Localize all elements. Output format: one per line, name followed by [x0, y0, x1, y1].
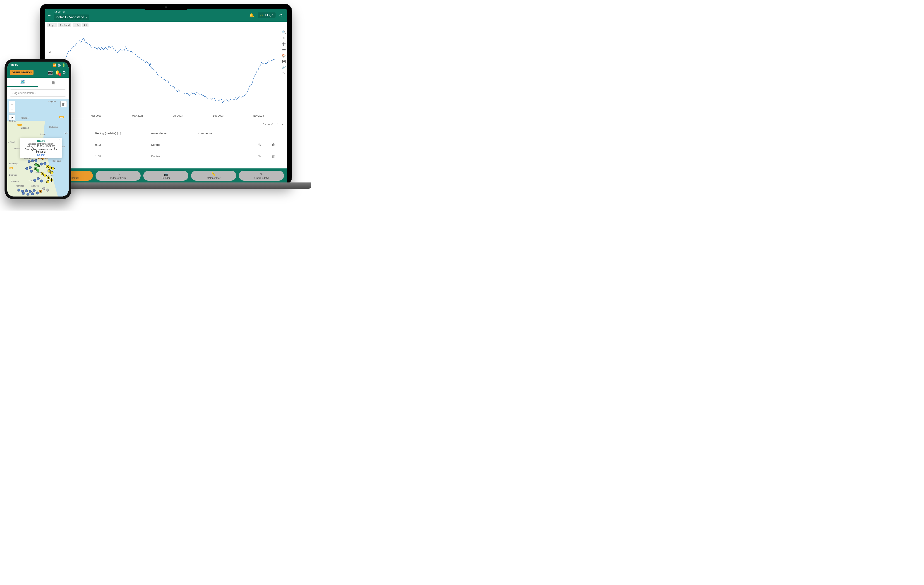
zoom-out-button[interactable]: −: [9, 107, 15, 113]
timeseries-chart[interactable]: 3 Mar 2023 May 2023 Jul 2023 Sep 2023 No…: [45, 28, 287, 119]
map-pin[interactable]: [25, 189, 28, 192]
map-pin[interactable]: [31, 193, 34, 195]
pan-icon[interactable]: ✥: [281, 36, 286, 40]
search-placeholder: Søg efter lokation...: [12, 91, 36, 95]
range-1aar[interactable]: 1 år: [73, 23, 81, 27]
map-pin[interactable]: [46, 189, 49, 191]
bell-icon[interactable]: 🔔 2: [55, 70, 60, 75]
wifi-icon: 📡: [57, 63, 61, 67]
popup-link[interactable]: Se graf: [22, 154, 60, 156]
btn-indberet-tilsyn[interactable]: ☰✓ Indberet tilsyn: [96, 171, 140, 181]
range-chips: 1 uge 1 måned 1 år Alt: [45, 22, 287, 28]
popup-warn: Obs pejling er overskredet for Indtag 1!: [22, 148, 60, 153]
map-pin[interactable]: [22, 192, 25, 195]
map-pin[interactable]: [29, 166, 32, 169]
map-pin[interactable]: [42, 187, 45, 190]
cell-pejling: 1 08: [95, 155, 151, 158]
map-pin[interactable]: [17, 189, 20, 191]
station-dropdown[interactable]: indtag1 - Vandstand ▾: [54, 15, 89, 20]
edit-icon[interactable]: ✎: [258, 143, 272, 147]
zoom-in-button[interactable]: +: [9, 101, 15, 107]
map-pin[interactable]: [25, 167, 28, 170]
map-pin[interactable]: [36, 191, 39, 194]
map-pin[interactable]: [37, 164, 40, 167]
range-1uge[interactable]: 1 uge: [47, 23, 57, 27]
delete-icon[interactable]: 🗑: [272, 143, 283, 147]
map-pin[interactable]: [33, 189, 36, 192]
map-pin[interactable]: [43, 162, 46, 165]
laptop-topbar: ← 34.4408 indtag1 - Vandstand ▾ 🔔 ✨ TIL …: [45, 8, 287, 22]
map-pin[interactable]: [40, 180, 43, 183]
place-label: Værløse: [31, 185, 39, 187]
map-pin[interactable]: [43, 174, 47, 177]
checklist-icon: ☰✓: [115, 172, 121, 176]
btn-billeder[interactable]: 📷 Billeder: [144, 171, 188, 181]
refresh-icon[interactable]: ↻: [281, 71, 286, 76]
zoom-icon[interactable]: 🔍: [281, 30, 286, 35]
bell-icon[interactable]: 🔔: [248, 12, 256, 18]
map-pin[interactable]: [39, 190, 42, 193]
range-1maaned[interactable]: 1 måned: [58, 23, 71, 27]
map-pin[interactable]: [31, 159, 34, 162]
map-pin[interactable]: [30, 170, 33, 173]
close-icon[interactable]: ×: [59, 138, 61, 141]
map-pin[interactable]: [36, 169, 40, 172]
gear-icon[interactable]: ⚙: [62, 70, 66, 75]
map-pin[interactable]: [35, 159, 37, 162]
laptop-notch: [144, 3, 189, 10]
qa-button[interactable]: ✨ TIL QA: [257, 12, 276, 18]
station-id: 34.4408: [54, 10, 89, 14]
back-icon[interactable]: ←: [47, 13, 51, 18]
locate-button[interactable]: ➤: [9, 115, 15, 120]
map-pin[interactable]: [26, 193, 30, 196]
pencil-icon: ✎: [260, 172, 263, 176]
map-pin[interactable]: [37, 177, 40, 180]
table-header-bar: nger 1-5 af 6 ‹ ›: [45, 119, 287, 129]
search-input[interactable]: Søg efter lokation...: [10, 89, 66, 97]
place-label: Stenløse: [11, 180, 19, 183]
col-anvendelse: Anvendelse: [151, 132, 198, 135]
delete-icon[interactable]: 🗑: [272, 154, 283, 158]
map-pin[interactable]: [51, 167, 54, 170]
save-icon[interactable]: 💾: [281, 59, 286, 64]
spike-icon[interactable]: 〰: [281, 77, 286, 81]
map-pin[interactable]: [46, 180, 50, 183]
btn-label: Ændre udstyr: [254, 176, 269, 179]
link-icon[interactable]: 🔗: [281, 65, 286, 70]
notification-badge: 2: [58, 73, 61, 76]
laptop-screen: ← 34.4408 indtag1 - Vandstand ▾ 🔔 ✨ TIL …: [45, 8, 287, 183]
edit-icon[interactable]: ✎: [258, 154, 272, 158]
phone-tabs: 🗺️ ▦: [7, 77, 69, 87]
map-zoom-controls: + − ➤: [9, 101, 15, 120]
map-pin[interactable]: [48, 166, 52, 169]
btn-label: Indberet tilsyn: [110, 176, 125, 179]
phone-screen: 10:45 📶 📡 🔋 OPRET STATION 📷 🔔 2 ⚙ 🗺️ ▦ S: [7, 62, 69, 196]
table-icon: ▦: [51, 80, 55, 85]
map-pin[interactable]: [47, 176, 50, 179]
popup-line1: Seneste kontrolmåling(er):: [22, 143, 60, 145]
map[interactable]: + − ➤ ◧ Höganäs Gilleleje Helsi Græsted …: [7, 99, 69, 196]
map-pin[interactable]: [33, 179, 36, 182]
zoom-out-icon[interactable]: ➖: [281, 48, 286, 52]
btn-maalepunkter[interactable]: 📏 Målepunkter: [191, 171, 236, 181]
layers-button[interactable]: ◧: [61, 101, 67, 107]
zoom-in-icon[interactable]: ➕: [281, 42, 286, 46]
home-icon[interactable]: 🏠: [281, 53, 286, 58]
gear-icon[interactable]: ⚙: [278, 12, 284, 18]
title-block: 34.4408 indtag1 - Vandstand ▾: [54, 10, 89, 20]
pagination: 1-5 af 6 ‹ ›: [263, 122, 283, 127]
map-pin[interactable]: [40, 163, 43, 165]
x-tick-may: May 2023: [132, 114, 143, 117]
create-station-button[interactable]: OPRET STATION: [10, 70, 33, 75]
camera-icon[interactable]: 📷: [48, 70, 53, 75]
table-head: Pejling (nedstik) [m] Anvendelse Komment…: [45, 129, 287, 139]
tab-table[interactable]: ▦: [38, 77, 69, 87]
map-pin[interactable]: [50, 171, 53, 174]
tab-map[interactable]: 🗺️: [7, 77, 38, 87]
map-pin[interactable]: [50, 178, 53, 181]
page-next-icon[interactable]: ›: [282, 122, 283, 127]
range-alt[interactable]: Alt: [82, 23, 89, 27]
map-pin[interactable]: [28, 160, 31, 163]
page-prev-icon[interactable]: ‹: [277, 122, 278, 127]
btn-aendre-udstyr[interactable]: ✎ Ændre udstyr: [239, 171, 284, 181]
